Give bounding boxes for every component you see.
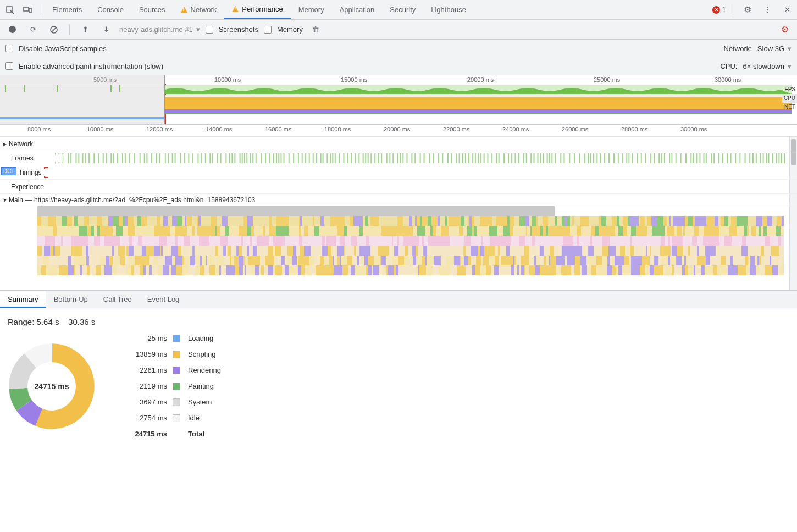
delete-icon[interactable]: 🗑 [308, 22, 324, 37]
collapse-arrow-icon[interactable]: ▾ [3, 196, 7, 204]
tab-lighthouse[interactable]: Lighthouse [423, 1, 474, 19]
details-tab-strip: SummaryBottom-UpCall TreeEvent Log [0, 291, 797, 308]
network-throttle-select[interactable]: Slow 3G ▾ [757, 45, 792, 53]
track-network[interactable]: ▸ Network [0, 137, 797, 151]
details-tab-bottom-up[interactable]: Bottom-Up [46, 291, 96, 308]
close-icon[interactable]: ✕ [779, 2, 795, 18]
tab-label: Sources [139, 5, 165, 14]
legend-swatch [173, 367, 180, 374]
flamechart-ruler[interactable]: 8000 ms10000 ms12000 ms14000 ms16000 ms1… [0, 125, 797, 137]
summary-pane: Range: 5.64 s – 30.36 s 24715 ms 25 msLo… [0, 308, 797, 447]
tab-label: Elements [52, 5, 82, 14]
expand-arrow-icon[interactable]: ▸ [3, 140, 7, 148]
legend-value: 2754 ms [118, 414, 167, 422]
legend-value: 3697 ms [118, 398, 167, 406]
screenshots-checkbox[interactable] [206, 26, 213, 34]
details-tab-event-log[interactable]: Event Log [140, 291, 187, 308]
screenshots-label: Screenshots [219, 25, 258, 34]
tab-elements[interactable]: Elements [45, 1, 90, 19]
flamechart-tick: 28000 ms [621, 126, 647, 132]
svg-rect-1 [24, 7, 29, 11]
tab-performance[interactable]: Performance [224, 1, 290, 19]
recording-select[interactable]: heavy-ads.glitch.me #1 ▾ [119, 25, 200, 34]
flamechart-tick: 14000 ms [206, 126, 232, 132]
track-timings-label: Timings [19, 169, 70, 176]
main-flamechart[interactable] [0, 206, 797, 283]
chevron-down-icon: ▾ [788, 45, 792, 53]
capture-settings-panel: Disable JavaScript samples Network: Slow… [0, 40, 797, 75]
summary-range: Range: 5.64 s – 30.36 s [8, 317, 789, 326]
legend-label: Scripting [188, 350, 265, 358]
svg-rect-2 [29, 8, 31, 13]
overview-tick: 10000 ms [214, 76, 241, 83]
summary-legend: 25 msLoading13859 msScripting2261 msRend… [118, 334, 265, 438]
timeline-overview[interactable]: 5000 ms10000 ms15000 ms20000 ms25000 ms3… [0, 75, 797, 125]
legend-value: 13859 ms [118, 350, 167, 358]
cpu-throttle-label: CPU: [720, 62, 737, 70]
flamechart-tick: 20000 ms [384, 126, 410, 132]
flamechart-tick: 24000 ms [502, 126, 529, 132]
disable-js-checkbox[interactable] [5, 45, 13, 52]
legend-value: 2261 ms [118, 366, 167, 374]
tab-sources[interactable]: Sources [131, 1, 173, 19]
kebab-menu-icon[interactable]: ⋮ [760, 2, 775, 18]
overview-mini-labels: FPS CPU NET [782, 85, 797, 112]
svg-line-4 [52, 27, 56, 32]
warning-icon [232, 6, 239, 12]
track-network-label: Network [9, 140, 60, 148]
tab-memory[interactable]: Memory [291, 1, 332, 19]
capture-settings-icon[interactable]: ⚙ [777, 22, 793, 37]
legend-swatch [173, 398, 180, 406]
legend-label: System [188, 398, 265, 406]
download-icon[interactable]: ⬇ [98, 22, 114, 37]
tab-application[interactable]: Application [332, 1, 383, 19]
legend-swatch [173, 414, 180, 422]
track-experience[interactable]: Experience [0, 180, 797, 194]
overview-tick: 20000 ms [467, 76, 494, 83]
error-icon: ✕ [712, 6, 720, 14]
devtools-tab-strip: ElementsConsoleSourcesNetworkPerformance… [0, 0, 797, 20]
tab-label: Memory [298, 5, 324, 14]
record-button[interactable] [4, 22, 20, 37]
legend-swatch [173, 383, 180, 390]
warning-icon [181, 7, 187, 13]
tab-label: Performance [242, 5, 283, 13]
tab-network[interactable]: Network [173, 1, 225, 19]
flamechart-tick: 26000 ms [562, 126, 588, 132]
tab-label: Application [340, 5, 375, 14]
error-counter[interactable]: ✕ 1 [712, 5, 726, 14]
cpu-throttle-select[interactable]: 6× slowdown ▾ [743, 62, 792, 70]
enable-paint-checkbox[interactable] [5, 62, 13, 70]
memory-label: Memory [277, 25, 303, 34]
legend-total-label: Total [188, 430, 265, 438]
flamechart-tick: 22000 ms [443, 126, 469, 132]
track-timings[interactable]: DCL Timings [0, 165, 797, 180]
details-tab-summary[interactable]: Summary [0, 291, 46, 308]
flamechart-tick: 18000 ms [324, 126, 351, 132]
memory-checkbox[interactable] [264, 26, 272, 34]
donut-center-total: 24715 ms [27, 362, 76, 411]
enable-paint-label: Enable advanced paint instrumentation (s… [19, 62, 163, 70]
upload-icon[interactable]: ⬆ [78, 22, 93, 37]
tab-label: Lighthouse [431, 5, 466, 14]
legend-label: Painting [188, 382, 265, 390]
legend-value: 2119 ms [118, 382, 167, 390]
device-toggle-icon[interactable] [20, 2, 35, 18]
details-tab-call-tree[interactable]: Call Tree [96, 291, 140, 308]
chevron-down-icon: ▾ [196, 25, 200, 34]
flamechart-tick: 16000 ms [265, 126, 291, 132]
reload-record-button[interactable]: ⟳ [25, 22, 41, 37]
tab-console[interactable]: Console [90, 1, 131, 19]
inspect-icon[interactable] [2, 2, 18, 18]
clear-button[interactable] [46, 22, 62, 37]
tab-security[interactable]: Security [382, 1, 423, 19]
legend-label: Idle [188, 414, 265, 422]
track-frames[interactable]: Frames [0, 151, 797, 165]
tab-label: Console [97, 5, 124, 14]
flamechart-tracks[interactable]: ▸ Network Frames DCL Timings Experience … [0, 137, 797, 291]
network-throttle-label: Network: [724, 45, 752, 53]
separator [40, 4, 40, 15]
settings-icon[interactable]: ⚙ [740, 2, 755, 18]
track-main[interactable]: ▾ Main — https://heavy-ads.glitch.me/?ad… [0, 194, 797, 206]
flamechart-tick: 10000 ms [87, 126, 113, 132]
